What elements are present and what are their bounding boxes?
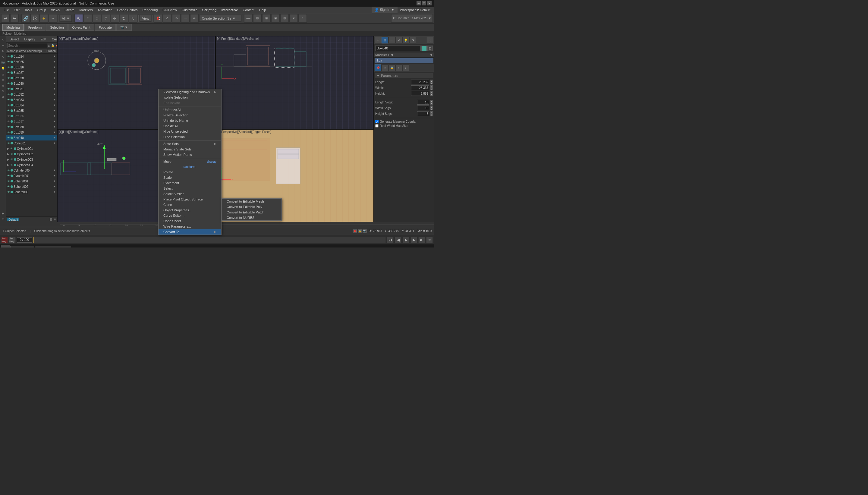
redo-button[interactable]: ↪ [10,14,19,23]
ctx-convert-editable-poly[interactable]: Convert to Editable Poly [222,204,281,209]
spinner-snap[interactable]: ⋯ [181,14,190,23]
li-system[interactable]: ⚙ [0,94,6,100]
list-item[interactable]: 👁Cone001✦ [6,140,57,146]
list-item[interactable]: 👁Cylinder005✦ [6,168,57,173]
set-key-btn[interactable]: Set Key [9,237,16,243]
layer-btn-2[interactable]: ≡ [54,217,56,222]
expand-icon[interactable]: ▶ [7,147,9,150]
list-item[interactable]: 👁Box030✦ [6,81,57,86]
param-height-segs-up[interactable]: ▲ [430,111,433,114]
ctx-unhide-all[interactable]: Unhide All [158,123,221,129]
bind-to-space-warp[interactable]: ⚡ [39,14,48,23]
utilities-tab[interactable]: ⚙ [409,37,416,44]
ctx-select[interactable]: Select [158,186,221,191]
mod-pin-btn[interactable]: 📌 [375,65,381,71]
ctx-convert-editable-mesh[interactable]: Convert to Editable Mesh [222,199,281,204]
list-item[interactable]: 👁Box025✦ [6,59,57,65]
list-item[interactable]: 👁Box024✦ [6,54,57,59]
auto-key-btn[interactable]: Auto Key [1,237,8,243]
param-height-up[interactable]: ▲ [430,91,433,93]
ctx-rotate[interactable]: Rotate [158,169,221,175]
move-button[interactable]: ✛ [110,14,119,23]
list-item[interactable]: 👁Box032✦ [6,92,57,97]
li-shape[interactable]: ◇ [0,77,6,82]
menu-graph-editors[interactable]: Graph Editors [115,7,140,13]
menu-content[interactable]: Content [241,7,257,13]
mod-move-up[interactable]: ↑ [395,65,402,71]
real-world-checkbox[interactable] [375,124,379,127]
ctx-isolate-selection[interactable]: Isolate Selection [158,95,221,100]
ctx-placement[interactable]: Placement [158,180,221,186]
undo-button[interactable]: ↩ [1,14,10,23]
list-item[interactable]: 👁Box028✦ [6,75,57,81]
create-tab[interactable]: + [375,37,381,44]
next-frame-btn[interactable]: ⏭ [418,237,425,243]
layer-default[interactable]: Default [7,218,19,221]
mod-lock-btn[interactable]: 🔒 [388,65,395,71]
gen-mapping-checkbox[interactable] [375,120,379,123]
params-header-bar[interactable]: ▼ Parameters [375,73,433,79]
li-expand[interactable]: ▶ [0,210,6,216]
ctx-clone[interactable]: Clone [158,202,221,207]
maximize-button[interactable]: □ [422,1,426,5]
ctx-transform[interactable]: transform [158,164,221,169]
list-item[interactable]: 👁Box031✦ [6,86,57,92]
list-item[interactable]: 👁Box036✦ [6,113,57,119]
ctx-unfreeze-all[interactable]: Unfreeze All [158,107,221,113]
param-length-segs-input[interactable] [417,100,429,105]
select-filter-btn[interactable]: ∞ [49,14,57,23]
object-name-input[interactable] [375,46,421,51]
spacing-tool[interactable]: ⊠ [271,14,280,23]
menu-tools[interactable]: Tools [22,7,35,13]
mirror-button[interactable]: ⟺ [244,14,253,23]
time-config-btn[interactable]: ⏱ [426,237,433,243]
list-item[interactable]: ▶👁Cylinder001 [6,146,57,151]
menu-help[interactable]: Help [257,7,268,13]
param-height-segs-input[interactable] [417,111,429,116]
param-length-up[interactable]: ▲ [430,80,433,82]
li-helper[interactable]: ⊕ [0,83,6,88]
menu-modifiers[interactable]: Modifiers [77,7,95,13]
se-tab-display[interactable]: Display [22,37,38,41]
curve-btn[interactable]: ↗ [289,14,298,23]
ctx-convert-editable-patch[interactable]: Convert to Editable Patch [222,209,281,215]
list-item[interactable]: 👁Box033✦ [6,97,57,102]
ctx-manage-state-sets[interactable]: Manage State Sets... [158,147,221,152]
expand-icon[interactable]: ▶ [7,153,9,156]
expand-icon[interactable]: ▶ [7,158,9,161]
filter-icon[interactable]: ⊟ [48,44,50,47]
ctx-curve-editor[interactable]: Curve Editor... [158,213,221,218]
list-item[interactable]: 👁Box026✦ [6,65,57,70]
li-move[interactable]: ✛ [0,42,6,48]
tab-selection[interactable]: Selection [46,24,68,31]
ctx-freeze-selection[interactable]: Freeze Selection [158,113,221,118]
ctx-dope-sheet[interactable]: Dope Sheet... [158,218,221,224]
sign-in-button[interactable]: 👤 Sign In ▼ [371,7,397,13]
ctx-state-sets[interactable]: State Sets▶ [158,141,221,147]
select-object-button[interactable]: ↖ [74,14,83,23]
ctx-scale[interactable]: Scale [158,175,221,180]
tab-populate[interactable]: Populate [94,24,116,31]
unlink-button[interactable]: ⛓ [31,14,39,23]
list-item[interactable]: 👁Pyramid001✦ [6,173,57,178]
display-tab[interactable]: 💡 [402,37,409,44]
lock-status-icon[interactable]: 🔒 [358,229,362,233]
menu-file[interactable]: File [1,7,12,13]
rotate-button[interactable]: ↻ [120,14,128,23]
ctx-viewport-lighting[interactable]: Viewport Lighting and Shadows▶ [158,89,221,95]
ctx-hide-unselected[interactable]: Hide Unselected [158,129,221,134]
list-item[interactable]: 👁Box027✦ [6,70,57,75]
list-item[interactable]: 👁Box035✦ [6,108,57,113]
lock-icon[interactable]: 🔒 [51,44,55,47]
menu-group[interactable]: Group [34,7,49,13]
se-tab-edit[interactable]: Edit [38,37,49,41]
percent-snap[interactable]: % [172,14,180,23]
close-button[interactable]: ✕ [427,1,432,5]
taskbar-3dsmax-btn[interactable]: 🔷 3dsmax [10,246,34,248]
param-width-input[interactable] [411,85,429,90]
li-scale[interactable]: ⤡ [0,54,6,59]
tab-object-paint[interactable]: Object Paint [68,24,94,31]
param-height-segs-down[interactable]: ▼ [430,114,433,116]
modifier-list-expand[interactable]: ▼ [430,53,433,57]
fence-select-button[interactable]: ⬡ [102,14,110,23]
